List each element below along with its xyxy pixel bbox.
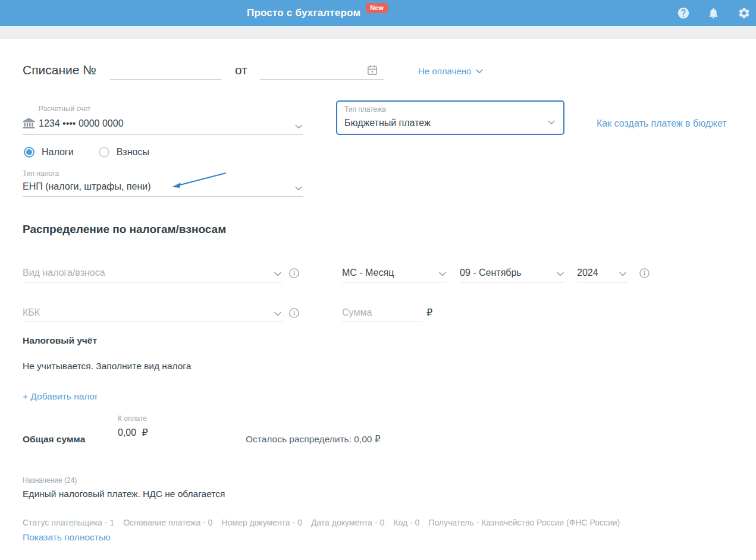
currency-symbol: ₽ xyxy=(426,307,432,318)
distribution-section-title: Распределение по налогам/взносам xyxy=(23,223,226,236)
amount-placeholder: Сумма xyxy=(342,307,372,318)
chevron-down-icon xyxy=(439,272,446,276)
radio-taxes[interactable]: Налоги xyxy=(24,147,74,158)
amount-input[interactable]: Сумма xyxy=(342,295,422,322)
period-month-value: 09 - Сентябрь xyxy=(460,268,522,278)
remaining-to-distribute: Осталось распределить: 0,00 ₽ xyxy=(246,434,381,445)
account-value: 1234 •••• 0000 0000 xyxy=(39,118,124,129)
app-title-wrap: Просто с бухгалтером New xyxy=(247,0,388,26)
payment-details-summary: Статус плательщика - 1 Основание платежа… xyxy=(23,518,620,527)
chevron-down-icon xyxy=(295,124,302,129)
period-month-select[interactable]: 09 - Сентябрь xyxy=(460,256,565,282)
radio-taxes-label: Налоги xyxy=(42,147,74,158)
how-to-create-budget-payment-link[interactable]: Как создать платеж в бюджет xyxy=(597,118,727,129)
add-tax-link[interactable]: + Добавить налог xyxy=(23,391,98,402)
account-label: Расчетный счет xyxy=(39,105,90,113)
chevron-down-icon xyxy=(557,272,564,276)
detail-recipient: Получатель - Казначейство России (ФНС Ро… xyxy=(428,518,620,527)
detail-payment-basis: Основание платежа - 0 xyxy=(123,518,212,527)
chevron-down-icon xyxy=(274,272,281,276)
gear-icon[interactable] xyxy=(738,7,751,20)
detail-code: Код - 0 xyxy=(393,518,419,527)
help-icon[interactable] xyxy=(677,7,690,20)
bank-icon xyxy=(23,118,35,130)
tax-kind-select[interactable]: Вид налога/взноса xyxy=(23,256,283,282)
show-more-link[interactable]: Показать полностью xyxy=(23,532,111,543)
annotation-arrow-icon xyxy=(167,170,229,193)
chevron-down-icon xyxy=(548,120,555,125)
period-type-select[interactable]: МС - Месяц xyxy=(342,256,447,282)
radio-contributions-label: Взносы xyxy=(117,147,149,158)
to-pay-value: 0,00 xyxy=(118,427,136,438)
app-title: Просто с бухгалтером xyxy=(247,7,360,19)
top-bar: Просто с бухгалтером New xyxy=(0,0,756,26)
tax-kind-placeholder: Вид налога/взноса xyxy=(23,268,105,278)
new-badge: New xyxy=(366,3,388,13)
period-year-select[interactable]: 2024 xyxy=(577,256,628,282)
detail-document-date: Дата документа - 0 xyxy=(311,518,384,527)
info-icon[interactable] xyxy=(289,268,299,278)
detail-payer-status: Статус плательщика - 1 xyxy=(23,518,114,527)
doc-date-input[interactable] xyxy=(260,64,384,80)
ruble-icon: ₽ xyxy=(142,427,148,438)
tax-type-label: Тип налога xyxy=(23,169,59,178)
tax-type-select[interactable]: Тип налога ЕНП (налоги, штрафы, пени) xyxy=(23,168,303,197)
payment-type-label: Тип платежа xyxy=(344,105,386,114)
detail-document-number: Номер документа - 0 xyxy=(221,518,302,527)
sub-bar xyxy=(0,26,756,39)
bell-icon[interactable] xyxy=(707,7,720,20)
payment-type-select[interactable]: Тип платежа Бюджетный платеж xyxy=(336,100,564,135)
radio-contributions[interactable]: Взносы xyxy=(99,147,149,158)
payment-status-label: Не оплачено xyxy=(418,66,471,76)
info-icon[interactable] xyxy=(639,268,650,278)
calendar-icon[interactable] xyxy=(367,65,378,75)
chevron-down-icon xyxy=(619,272,626,276)
tax-accounting-title: Налоговый учёт xyxy=(23,335,97,346)
doc-title: Списание № xyxy=(23,63,96,77)
budget-payment-page: Просто с бухгалтером New Списание № от xyxy=(0,0,756,560)
payment-status-dropdown[interactable]: Не оплачено xyxy=(418,66,483,76)
doc-number-input[interactable] xyxy=(110,64,221,80)
tax-accounting-status: Не учитывается. Заполните вид налога xyxy=(23,361,191,372)
tax-type-value: ЕНП (налоги, штрафы, пени) xyxy=(23,181,151,192)
purpose-value[interactable]: Единый налоговый платеж. НДС не облагает… xyxy=(23,489,225,499)
top-bar-icons xyxy=(677,0,751,26)
radio-selected-icon xyxy=(24,147,34,158)
period-type-value: МС - Месяц xyxy=(342,268,394,278)
chevron-down-icon xyxy=(295,186,302,191)
radio-unselected-icon xyxy=(99,147,109,158)
payment-type-value: Бюджетный платеж xyxy=(344,118,431,128)
to-pay-label: К оплате xyxy=(118,414,147,423)
chevron-down-icon xyxy=(274,312,281,316)
kbk-placeholder: КБК xyxy=(23,307,40,318)
purpose-label: Назначение (24) xyxy=(23,476,77,485)
info-icon[interactable] xyxy=(289,308,299,318)
tax-category-radio-group: Налоги Взносы xyxy=(24,147,149,158)
account-select[interactable]: Расчетный счет 1234 •••• 0000 0000 xyxy=(23,101,303,135)
chevron-down-icon xyxy=(476,69,483,74)
period-year-value: 2024 xyxy=(577,268,598,278)
kbk-select[interactable]: КБК xyxy=(23,295,283,322)
total-amount-label: Общая сумма xyxy=(23,434,85,445)
doc-date-label: от xyxy=(235,63,247,77)
to-pay-amount: 0,00 ₽ xyxy=(118,427,148,438)
